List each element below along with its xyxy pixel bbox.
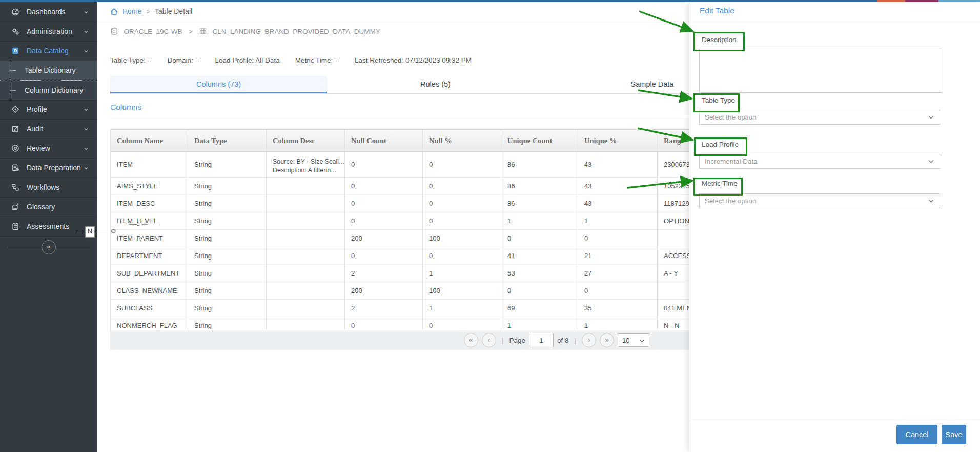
chevron-down-icon	[83, 48, 89, 54]
select-value: Select the option	[705, 113, 757, 121]
chevron-down-icon	[83, 28, 89, 34]
sidebar-collapse-button[interactable]: «	[42, 240, 56, 254]
column-header-data-type[interactable]: Data Type	[188, 130, 267, 151]
cell-unique_count: 86	[501, 152, 578, 177]
table-row[interactable]: SUBCLASSString216935041 MEN	[110, 300, 748, 317]
tree-line	[10, 90, 16, 91]
sidebar-item-dashboards[interactable]: Dashboards	[0, 2, 97, 22]
section-title: Columns	[110, 103, 141, 112]
cell-unique_pct: 27	[578, 265, 658, 282]
cell-type: String	[188, 212, 267, 229]
select-value: Incremental Data	[705, 158, 758, 165]
metric-time-select[interactable]: Select the option	[699, 193, 940, 208]
cell-null_count: 0	[345, 247, 423, 264]
next-page-button[interactable]: ›	[582, 333, 596, 347]
sidebar-item-audit[interactable]: Audit	[0, 119, 97, 139]
datasource-name[interactable]: ORACLE_19C-WB	[124, 28, 182, 35]
field-label-metric-time: Metric Time	[702, 180, 738, 187]
sidebar-item-table-dictionary[interactable]: Table Dictionary	[0, 61, 97, 81]
table-row[interactable]: SUB_DEPARTMENTString215327A - Y	[110, 265, 748, 282]
description-textarea[interactable]	[699, 49, 942, 93]
table-row[interactable]: CLASS_NEWNAMEString20010000	[110, 282, 748, 300]
prev-page-button[interactable]: ‹	[482, 333, 496, 347]
cell-null_pct: 0	[423, 152, 501, 177]
sidebar-item-column-dictionary[interactable]: Column Dictionary	[0, 80, 97, 101]
sidebar-item-label: Column Dictionary	[25, 86, 83, 94]
panel-title: Edit Table	[700, 6, 734, 15]
sidebar-item-data-preparation[interactable]: Data Preparation	[0, 158, 97, 178]
cell-null_count: 2	[345, 265, 423, 282]
column-header-unique-pct[interactable]: Unique %	[578, 130, 658, 151]
cell-unique_pct: 1	[578, 212, 658, 229]
cell-desc	[267, 265, 345, 282]
save-button[interactable]: Save	[942, 425, 966, 444]
field-label-load-profile: Load Profile	[702, 141, 739, 148]
column-header-null-pct[interactable]: Null %	[423, 130, 501, 151]
text-cursor-artifact: N	[85, 226, 95, 238]
glossary-icon	[11, 203, 19, 211]
table-type-select[interactable]: Select the option	[699, 110, 940, 125]
sidebar-item-assessments[interactable]: Assessments	[0, 217, 97, 237]
sidebar-item-label: Table Dictionary	[25, 66, 76, 74]
cell-unique_pct: 43	[578, 152, 658, 177]
cell-name: CLASS_NEWNAME	[110, 282, 188, 299]
gauge-icon	[11, 8, 19, 16]
sidebar-item-label: Administration	[27, 27, 72, 35]
breadcrumb-separator: >	[146, 8, 150, 15]
chevron-down-icon	[928, 158, 934, 165]
table-row[interactable]: DEPARTMENTString004121ACCESSO	[110, 247, 748, 265]
table-row[interactable]: ITEM_PARENTString20010000	[110, 230, 748, 247]
page-number-input[interactable]	[529, 333, 554, 347]
table-row[interactable]: ITEM_DESCString00864311871298	[110, 195, 748, 212]
column-header-column-desc[interactable]: Column Desc	[267, 130, 345, 151]
column-header-column-name[interactable]: Column Name	[110, 130, 188, 151]
cell-null_count: 0	[345, 178, 423, 194]
cell-desc	[267, 178, 345, 194]
pager: « ‹ | Page of 8 | › » 10	[464, 330, 649, 350]
chevron-down-icon	[83, 106, 89, 112]
page-label: Page	[509, 337, 526, 344]
tab-rules[interactable]: Rules (5)	[327, 76, 544, 93]
cell-null_count: 200	[345, 282, 423, 299]
sidebar-item-review[interactable]: Review	[0, 139, 97, 159]
load-profile-select[interactable]: Incremental Data	[699, 154, 940, 169]
cell-unique_count: 69	[501, 300, 578, 317]
cell-null_pct: 0	[423, 178, 501, 194]
gears-icon	[11, 27, 19, 35]
sidebar-collapse-row: «	[0, 238, 97, 256]
sidebar-item-label: Dashboards	[27, 8, 66, 16]
table-row[interactable]: ITEMStringSource: BY - Size Scali...Desc…	[110, 152, 748, 178]
sidebar-item-label: Review	[27, 144, 50, 152]
table-row[interactable]: ITEM_LEVELString0011OPTION -	[110, 212, 748, 230]
column-header-unique-count[interactable]: Unique Count	[501, 130, 578, 151]
chevron-down-icon	[83, 9, 89, 15]
cancel-button[interactable]: Cancel	[896, 425, 937, 444]
breadcrumb-home-link[interactable]: Home	[122, 7, 141, 15]
cell-desc	[267, 247, 345, 264]
page-size-select[interactable]: 10	[618, 333, 649, 347]
sidebar-item-profile[interactable]: Profile	[0, 100, 97, 120]
column-header-null-count[interactable]: Null Count	[345, 130, 423, 151]
sidebar-item-workflows[interactable]: Workflows	[0, 178, 97, 198]
home-icon[interactable]	[110, 7, 118, 16]
cell-type: String	[188, 152, 267, 177]
sidebar-item-label: Profile	[27, 105, 47, 113]
chevron-down-icon	[83, 165, 89, 171]
cell-null_pct: 100	[423, 282, 501, 299]
sidebar-item-data-catalog[interactable]: DData Catalog	[0, 41, 97, 61]
sidebar-item-administration[interactable]: Administration	[0, 22, 97, 42]
table-row[interactable]: AIMS_STYLEString0086431052245	[110, 178, 748, 195]
cell-name: SUBCLASS	[110, 300, 188, 317]
tab-columns[interactable]: Columns (73)	[110, 76, 327, 93]
last-page-button[interactable]: »	[600, 333, 614, 347]
chevron-down-icon	[639, 338, 645, 343]
meta-last-refreshed: Last Refreshed: 07/12/2023 09:32 PM	[355, 56, 472, 64]
meta-table-type: Table Type: --	[110, 56, 152, 64]
cell-unique_pct: 0	[578, 282, 658, 299]
sidebar-item-label: Audit	[27, 125, 43, 133]
data-prep-icon	[11, 164, 19, 172]
cell-null_pct: 1	[423, 265, 501, 282]
first-page-button[interactable]: «	[464, 333, 478, 347]
sidebar-item-glossary[interactable]: Glossary	[0, 197, 97, 217]
field-label-table-type: Table Type	[702, 96, 735, 104]
